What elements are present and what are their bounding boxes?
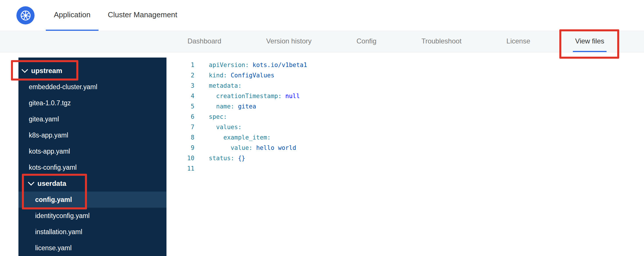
tree-item-label: identityconfig.yaml — [35, 212, 90, 220]
code-text: name: gitea — [194, 101, 256, 112]
line-number: 9 — [166, 143, 194, 153]
tree-item-label: embedded-cluster.yaml — [29, 83, 97, 91]
token-key: creationTimestamp: — [216, 93, 282, 100]
tree-item-label: config.yaml — [35, 196, 72, 204]
subnav-tab-dashboard[interactable]: Dashboard — [185, 31, 223, 52]
line-number: 3 — [166, 81, 194, 91]
subnav-tab-config[interactable]: Config — [354, 31, 379, 52]
line-number: 5 — [166, 101, 194, 112]
line-number: 11 — [166, 163, 194, 174]
token-key: metadata: — [209, 82, 242, 89]
token-plain — [234, 155, 238, 162]
tree-item-k8s-app-yaml[interactable]: k8s-app.yaml — [18, 127, 166, 143]
app-subnav-tabs: DashboardVersion historyConfigTroublesho… — [0, 31, 644, 52]
header-tabs: ApplicationCluster Management — [46, 0, 185, 31]
tree-item-label: upstream — [31, 67, 62, 75]
tree-item-installation-yaml[interactable]: installation.yaml — [18, 224, 166, 240]
code-text: value: hello world — [194, 143, 296, 153]
token-key: value: — [231, 144, 253, 151]
tree-item-label: installation.yaml — [35, 228, 82, 236]
tree-item-label: gitea.yaml — [29, 115, 59, 123]
line-number: 6 — [166, 112, 194, 122]
line-number: 10 — [166, 153, 194, 163]
tree-item-kots-app-yaml[interactable]: kots-app.yaml — [18, 143, 166, 159]
token-plain — [209, 144, 231, 151]
file-tree-sidebar: upstreamembedded-cluster.yamlgitea-1.0.7… — [18, 58, 166, 256]
token-plain — [209, 93, 216, 100]
tree-item-label: kots-app.yaml — [29, 148, 70, 155]
tree-item-upstream[interactable]: upstream — [18, 63, 166, 79]
subnav-tab-view-files[interactable]: View files — [573, 31, 607, 52]
token-plain — [209, 103, 216, 110]
code-text: spec: — [194, 112, 227, 122]
tree-item-label: kots-config.yaml — [29, 164, 77, 171]
token-key: spec: — [209, 113, 227, 120]
code-text: values: — [194, 122, 242, 132]
editor-line: 1apiVersion: kots.io/v1beta1 — [166, 60, 644, 70]
line-number: 7 — [166, 122, 194, 132]
tree-item-label: gitea-1.0.7.tgz — [29, 99, 71, 107]
editor-line: 7 values: — [166, 122, 644, 132]
editor-line: 9 value: hello world — [166, 143, 644, 153]
tree-item-gitea-yaml[interactable]: gitea.yaml — [18, 111, 166, 127]
code-text: status: {} — [194, 153, 245, 163]
code-text: kind: ConfigValues — [194, 70, 274, 81]
subnav-tab-license[interactable]: License — [504, 31, 533, 52]
token-val: gitea — [238, 103, 256, 110]
tree-item-license-yaml[interactable]: license.yaml — [18, 240, 166, 256]
token-plain — [234, 103, 238, 110]
subnav-tab-troubleshoot[interactable]: Troubleshoot — [419, 31, 464, 52]
tree-item-gitea-1-0-7-tgz[interactable]: gitea-1.0.7.tgz — [18, 95, 166, 111]
token-key: example_item: — [223, 134, 271, 141]
chevron-down-icon — [22, 66, 28, 73]
tree-item-label: userdata — [37, 179, 66, 188]
editor-line: 8 example_item: — [166, 132, 644, 143]
token-key: values: — [216, 124, 242, 131]
code-editor[interactable]: 1apiVersion: kots.io/v1beta12kind: Confi… — [166, 58, 644, 256]
token-key: kind: — [209, 72, 227, 79]
top-header: ApplicationCluster Management — [0, 0, 644, 31]
token-plain — [253, 144, 256, 151]
token-kw: null — [285, 93, 300, 100]
editor-line: 3metadata: — [166, 81, 644, 91]
app-subnav: DashboardVersion historyConfigTroublesho… — [0, 31, 644, 52]
editor-line: 11 — [166, 163, 644, 174]
token-plain — [249, 62, 253, 68]
token-plain — [282, 93, 285, 100]
token-val: {} — [238, 155, 245, 162]
token-val: kots.io/v1beta1 — [253, 62, 307, 68]
header-tab-cluster-management[interactable]: Cluster Management — [100, 0, 185, 31]
tree-item-config-yaml[interactable]: config.yaml — [18, 192, 166, 208]
token-val: ConfigValues — [231, 72, 274, 79]
kubernetes-logo-icon — [16, 6, 35, 24]
header-tab-application[interactable]: Application — [46, 0, 99, 31]
editor-line: 6spec: — [166, 112, 644, 122]
tree-item-embedded-cluster-yaml[interactable]: embedded-cluster.yaml — [18, 79, 166, 95]
code-text: apiVersion: kots.io/v1beta1 — [194, 60, 307, 70]
chevron-down-icon — [28, 179, 35, 186]
tree-item-userdata[interactable]: userdata — [18, 175, 166, 192]
line-number: 8 — [166, 132, 194, 143]
token-key: apiVersion: — [209, 62, 249, 68]
code-text: metadata: — [194, 81, 242, 91]
editor-line: 5 name: gitea — [166, 101, 644, 112]
token-key: status: — [209, 155, 234, 162]
token-plain — [209, 124, 216, 131]
line-number: 2 — [166, 70, 194, 81]
code-text — [194, 163, 209, 174]
line-number: 4 — [166, 91, 194, 101]
subnav-tab-version-history[interactable]: Version history — [264, 31, 314, 52]
code-text: creationTimestamp: null — [194, 91, 300, 101]
editor-line: 4 creationTimestamp: null — [166, 91, 644, 101]
tree-item-kots-config-yaml[interactable]: kots-config.yaml — [18, 159, 166, 175]
token-key: name: — [216, 103, 234, 110]
token-val: hello world — [256, 144, 296, 151]
editor-line: 10status: {} — [166, 153, 644, 163]
editor-line: 2kind: ConfigValues — [166, 70, 644, 81]
line-number: 1 — [166, 60, 194, 70]
tree-item-identityconfig-yaml[interactable]: identityconfig.yaml — [18, 208, 166, 224]
token-plain — [209, 134, 223, 141]
code-text: example_item: — [194, 132, 271, 143]
tree-item-label: license.yaml — [35, 244, 72, 252]
token-plain — [227, 72, 231, 79]
